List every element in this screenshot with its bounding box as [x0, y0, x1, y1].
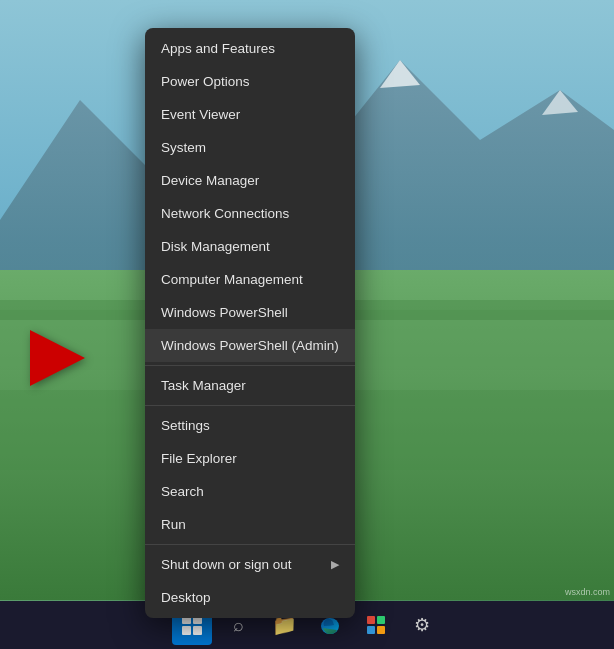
menu-item-event-viewer[interactable]: Event Viewer — [145, 98, 355, 131]
context-menu: Apps and Features Power Options Event Vi… — [145, 28, 355, 618]
menu-item-network-connections[interactable]: Network Connections — [145, 197, 355, 230]
menu-divider — [145, 365, 355, 366]
menu-item-task-manager[interactable]: Task Manager — [145, 369, 355, 402]
submenu-arrow-icon: ▶ — [331, 558, 339, 571]
menu-item-power-options[interactable]: Power Options — [145, 65, 355, 98]
menu-item-disk-management[interactable]: Disk Management — [145, 230, 355, 263]
menu-item-windows-powershell-admin[interactable]: Windows PowerShell (Admin) — [145, 329, 355, 362]
menu-item-search[interactable]: Search — [145, 475, 355, 508]
menu-item-apps-features[interactable]: Apps and Features — [145, 32, 355, 65]
menu-divider-2 — [145, 405, 355, 406]
gear-icon: ⚙ — [414, 614, 430, 636]
menu-item-settings[interactable]: Settings — [145, 409, 355, 442]
watermark: wsxdn.com — [565, 587, 610, 597]
menu-item-computer-management[interactable]: Computer Management — [145, 263, 355, 296]
menu-item-device-manager[interactable]: Device Manager — [145, 164, 355, 197]
taskbar-settings-button[interactable]: ⚙ — [402, 605, 442, 645]
windows-logo-icon — [182, 615, 202, 635]
menu-item-desktop[interactable]: Desktop — [145, 581, 355, 614]
menu-item-windows-powershell[interactable]: Windows PowerShell — [145, 296, 355, 329]
taskbar-store-button[interactable] — [356, 605, 396, 645]
menu-item-file-explorer[interactable]: File Explorer — [145, 442, 355, 475]
red-arrow-indicator — [30, 330, 85, 386]
menu-divider-3 — [145, 544, 355, 545]
menu-item-run[interactable]: Run — [145, 508, 355, 541]
menu-item-shut-down[interactable]: Shut down or sign out ▶ — [145, 548, 355, 581]
store-icon — [367, 616, 385, 634]
menu-item-system[interactable]: System — [145, 131, 355, 164]
